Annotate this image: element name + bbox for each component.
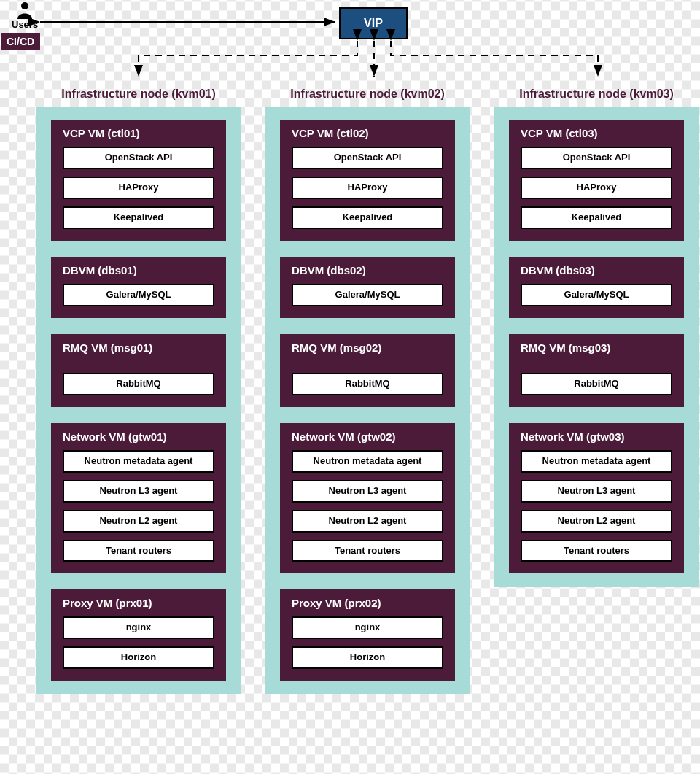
vm-box: Proxy VM (prx02)nginxHorizon: [280, 589, 455, 681]
infra-node-title: Infrastructure node (kvm01): [36, 88, 241, 101]
vm-title: DBVM (dbs01): [63, 264, 214, 276]
cicd-box: CI/CD: [1, 33, 40, 50]
vm-box: VCP VM (ctl02)OpenStack APIHAProxyKeepal…: [280, 120, 455, 241]
service-box: Keepalived: [292, 206, 443, 229]
service-box: Neutron L2 agent: [292, 510, 443, 533]
vm-services: OpenStack APIHAProxyKeepalived: [521, 147, 672, 229]
service-box: RabbitMQ: [292, 373, 443, 395]
vm-services: OpenStack APIHAProxyKeepalived: [292, 147, 443, 229]
columns: Infrastructure node (kvm01)VCP VM (ctl01…: [36, 88, 699, 694]
service-box: Tenant routers: [521, 540, 672, 562]
infra-node: Infrastructure node (kvm01)VCP VM (ctl01…: [36, 88, 241, 694]
infra-node-body: VCP VM (ctl02)OpenStack APIHAProxyKeepal…: [265, 107, 470, 694]
vm-box: Proxy VM (prx01)nginxHorizon: [51, 589, 226, 681]
service-box: nginx: [292, 616, 443, 639]
infra-node-body: VCP VM (ctl01)OpenStack APIHAProxyKeepal…: [36, 107, 241, 694]
user-icon: [16, 1, 34, 19]
vm-box: Network VM (gtw03)Neutron metadata agent…: [509, 423, 684, 574]
vm-services: Neutron metadata agentNeutron L3 agentNe…: [63, 450, 214, 562]
vm-box: VCP VM (ctl03)OpenStack APIHAProxyKeepal…: [509, 120, 684, 241]
service-box: Neutron L3 agent: [521, 480, 672, 503]
vm-services: nginxHorizon: [292, 616, 443, 669]
vm-services: nginxHorizon: [63, 616, 214, 669]
service-box: Neutron L3 agent: [63, 480, 214, 503]
service-box: RabbitMQ: [521, 373, 672, 395]
service-box: Neutron L2 agent: [521, 510, 672, 533]
vm-services: Neutron metadata agentNeutron L3 agentNe…: [521, 450, 672, 562]
service-box: Galera/MySQL: [521, 284, 672, 306]
svg-point-0: [21, 2, 28, 9]
diagram-canvas: Users CI/CD VIP Infrastructure node (kvm…: [0, 0, 700, 774]
vm-box: RMQ VM (msg02)RabbitMQ: [280, 334, 455, 407]
vm-box: DBVM (dbs02)Galera/MySQL: [280, 257, 455, 318]
service-box: Tenant routers: [292, 540, 443, 562]
service-box: OpenStack API: [521, 147, 672, 169]
vm-title: DBVM (dbs02): [292, 264, 443, 276]
service-box: Keepalived: [63, 206, 214, 229]
vm-title: Proxy VM (prx02): [292, 597, 443, 609]
vm-title: RMQ VM (msg01): [63, 341, 214, 354]
vm-box: RMQ VM (msg03)RabbitMQ: [509, 334, 684, 407]
vm-title: RMQ VM (msg02): [292, 341, 443, 354]
infra-node-title: Infrastructure node (kvm03): [494, 88, 699, 101]
infra-node-title: Infrastructure node (kvm02): [265, 88, 470, 101]
vm-services: Galera/MySQL: [292, 284, 443, 306]
service-box: Galera/MySQL: [292, 284, 443, 306]
vm-services: Galera/MySQL: [521, 284, 672, 306]
infra-node: Infrastructure node (kvm03)VCP VM (ctl03…: [494, 88, 699, 694]
service-box: HAProxy: [521, 177, 672, 199]
users-block: Users: [12, 1, 38, 30]
service-box: OpenStack API: [63, 147, 214, 169]
infra-node-body: VCP VM (ctl03)OpenStack APIHAProxyKeepal…: [494, 107, 699, 587]
vm-title: Network VM (gtw03): [521, 430, 672, 443]
vm-title: Network VM (gtw01): [63, 430, 214, 443]
service-box: nginx: [63, 616, 214, 639]
service-box: Horizon: [63, 646, 214, 669]
service-box: RabbitMQ: [63, 373, 214, 395]
vm-services: RabbitMQ: [63, 373, 214, 395]
vm-title: VCP VM (ctl03): [521, 127, 672, 139]
vm-title: Network VM (gtw02): [292, 430, 443, 443]
vm-box: DBVM (dbs03)Galera/MySQL: [509, 257, 684, 318]
vm-box: Network VM (gtw01)Neutron metadata agent…: [51, 423, 226, 574]
vip-box: VIP: [339, 7, 408, 39]
service-box: OpenStack API: [292, 147, 443, 169]
vm-title: VCP VM (ctl02): [292, 127, 443, 139]
service-box: Neutron metadata agent: [292, 450, 443, 473]
service-box: Neutron L3 agent: [292, 480, 443, 503]
service-box: Neutron metadata agent: [63, 450, 214, 473]
service-box: Neutron metadata agent: [521, 450, 672, 473]
users-label: Users: [12, 19, 38, 30]
service-box: Tenant routers: [63, 540, 214, 562]
vm-box: VCP VM (ctl01)OpenStack APIHAProxyKeepal…: [51, 120, 226, 241]
vm-services: Galera/MySQL: [63, 284, 214, 306]
vm-box: DBVM (dbs01)Galera/MySQL: [51, 257, 226, 318]
service-box: Galera/MySQL: [63, 284, 214, 306]
vm-box: RMQ VM (msg01)RabbitMQ: [51, 334, 226, 407]
vm-services: OpenStack APIHAProxyKeepalived: [63, 147, 214, 229]
vm-title: DBVM (dbs03): [521, 264, 672, 276]
service-box: HAProxy: [63, 177, 214, 199]
vm-services: RabbitMQ: [521, 373, 672, 395]
service-box: HAProxy: [292, 177, 443, 199]
vm-title: Proxy VM (prx01): [63, 597, 214, 609]
service-box: Neutron L2 agent: [63, 510, 214, 533]
infra-node: Infrastructure node (kvm02)VCP VM (ctl02…: [265, 88, 470, 694]
vm-services: Neutron metadata agentNeutron L3 agentNe…: [292, 450, 443, 562]
service-box: Horizon: [292, 646, 443, 669]
vm-title: VCP VM (ctl01): [63, 127, 214, 139]
vm-services: RabbitMQ: [292, 373, 443, 395]
vm-title: RMQ VM (msg03): [521, 341, 672, 354]
vm-box: Network VM (gtw02)Neutron metadata agent…: [280, 423, 455, 574]
service-box: Keepalived: [521, 206, 672, 229]
